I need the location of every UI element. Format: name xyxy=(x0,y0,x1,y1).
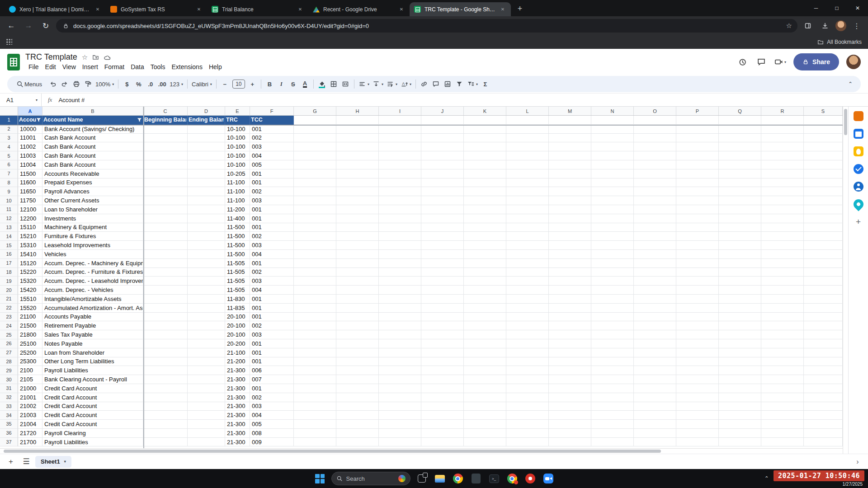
cell-N8[interactable] xyxy=(591,178,634,188)
cell-H12[interactable] xyxy=(336,214,379,223)
cell-H1[interactable] xyxy=(336,116,379,125)
cell-J3[interactable] xyxy=(421,134,464,143)
cell-Q12[interactable] xyxy=(719,214,761,223)
cell-D13[interactable] xyxy=(188,223,225,232)
row-header-1[interactable]: 1 xyxy=(0,116,18,125)
cell-K29[interactable] xyxy=(464,366,506,375)
cell-M4[interactable] xyxy=(549,142,591,151)
cell-R29[interactable] xyxy=(761,366,804,375)
cell-A28[interactable]: 25300 xyxy=(18,357,42,366)
cell-I18[interactable] xyxy=(379,268,421,277)
cell-G28[interactable] xyxy=(294,357,336,366)
meet-camera-icon[interactable]: ▾ xyxy=(774,56,786,68)
cell-H27[interactable] xyxy=(336,348,379,357)
browser-menu-icon[interactable]: ⋮ xyxy=(850,19,863,33)
cell-O34[interactable] xyxy=(634,411,676,420)
row-header-27[interactable]: 27 xyxy=(0,348,18,357)
cell-H25[interactable] xyxy=(336,330,379,339)
row-header-33[interactable]: 33 xyxy=(0,402,18,411)
cell-A14[interactable]: 15210 xyxy=(18,232,42,241)
cell-P6[interactable] xyxy=(676,160,719,169)
cell-L6[interactable] xyxy=(506,160,549,169)
cell-R12[interactable] xyxy=(761,214,804,223)
cell-P22[interactable] xyxy=(676,304,719,313)
cell-K18[interactable] xyxy=(464,268,506,277)
cell-E20[interactable]: 11-505 xyxy=(225,286,250,295)
cell-F27[interactable]: 001 xyxy=(250,348,294,357)
cell-Q36[interactable] xyxy=(719,429,761,438)
cell-K1[interactable] xyxy=(464,116,506,125)
cell-M34[interactable] xyxy=(549,411,591,420)
cell-M28[interactable] xyxy=(549,357,591,366)
cell-J19[interactable] xyxy=(421,277,464,286)
cell-R14[interactable] xyxy=(761,232,804,241)
cell-C8[interactable] xyxy=(143,178,188,188)
cell-N5[interactable] xyxy=(591,151,634,160)
cell-J2[interactable] xyxy=(421,125,464,134)
cell-Q3[interactable] xyxy=(719,134,761,143)
cell-G35[interactable] xyxy=(294,420,336,429)
cell-N35[interactable] xyxy=(591,420,634,429)
taskbar-media-icon[interactable] xyxy=(524,472,537,485)
cell-S35[interactable] xyxy=(804,420,843,429)
cell-E8[interactable]: 11-100 xyxy=(225,178,250,188)
browser-profile-avatar[interactable] xyxy=(835,20,846,31)
cell-F4[interactable]: 003 xyxy=(250,142,294,151)
cell-F11[interactable]: 001 xyxy=(250,205,294,214)
cell-D30[interactable] xyxy=(188,375,225,384)
cell-I7[interactable] xyxy=(379,169,421,178)
cell-S15[interactable] xyxy=(804,241,843,250)
cell-J33[interactable] xyxy=(421,402,464,411)
cell-E30[interactable]: 21-300 xyxy=(225,375,250,384)
cell-I9[interactable] xyxy=(379,187,421,196)
cell-D34[interactable] xyxy=(188,411,225,420)
header-cell-D1[interactable]: Ending Balance xyxy=(188,116,225,125)
cell-B5[interactable]: Cash Bank Account xyxy=(42,151,143,160)
cell-B27[interactable]: Loan from Shareholder xyxy=(42,348,143,357)
tab-close-icon[interactable]: ✕ xyxy=(94,6,101,13)
cell-I36[interactable] xyxy=(379,429,421,438)
header-cell-C1[interactable]: Beginning Balance xyxy=(143,116,188,125)
cell-I30[interactable] xyxy=(379,375,421,384)
close-button[interactable]: ✕ xyxy=(847,0,868,16)
cell-R37[interactable] xyxy=(761,438,804,447)
cell-H6[interactable] xyxy=(336,160,379,169)
cell-S26[interactable] xyxy=(804,339,843,348)
cell-M3[interactable] xyxy=(549,134,591,143)
cell-E16[interactable]: 11-500 xyxy=(225,250,250,259)
cell-F2[interactable]: 001 xyxy=(250,125,294,134)
cell-P33[interactable] xyxy=(676,402,719,411)
cell-P12[interactable] xyxy=(676,214,719,223)
toolbar-horizontal-align-button[interactable]: ▾ xyxy=(357,78,371,90)
cell-Q5[interactable] xyxy=(719,151,761,160)
cell-D5[interactable] xyxy=(188,151,225,160)
cell-B37[interactable]: Payroll Liabilities xyxy=(42,438,143,447)
cell-I19[interactable] xyxy=(379,277,421,286)
cell-G17[interactable] xyxy=(294,259,336,268)
cell-O36[interactable] xyxy=(634,429,676,438)
cell-D20[interactable] xyxy=(188,286,225,295)
cell-B7[interactable]: Accounts Receivable xyxy=(42,169,143,178)
cell-L17[interactable] xyxy=(506,259,549,268)
cell-E36[interactable]: 21-300 xyxy=(225,429,250,438)
cell-N2[interactable] xyxy=(591,125,634,134)
toolbar-insert-chart-button[interactable] xyxy=(442,78,453,90)
cell-M24[interactable] xyxy=(549,321,591,330)
cell-P13[interactable] xyxy=(676,223,719,232)
cell-E17[interactable]: 11-505 xyxy=(225,259,250,268)
cell-M9[interactable] xyxy=(549,187,591,196)
row-header-12[interactable]: 12 xyxy=(0,214,18,223)
column-header-G[interactable]: G xyxy=(294,107,336,115)
cell-D9[interactable] xyxy=(188,187,225,196)
cell-P24[interactable] xyxy=(676,321,719,330)
cell-G34[interactable] xyxy=(294,411,336,420)
account-avatar[interactable] xyxy=(846,55,861,69)
column-header-A[interactable]: A xyxy=(18,107,42,115)
select-all-corner[interactable] xyxy=(0,107,18,115)
cell-B17[interactable]: Accum. Deprec. - Machinery & Equipment xyxy=(42,259,143,268)
cell-S31[interactable] xyxy=(804,384,843,393)
cell-I8[interactable] xyxy=(379,178,421,188)
cell-R27[interactable] xyxy=(761,348,804,357)
cell-I28[interactable] xyxy=(379,357,421,366)
cell-O26[interactable] xyxy=(634,339,676,348)
